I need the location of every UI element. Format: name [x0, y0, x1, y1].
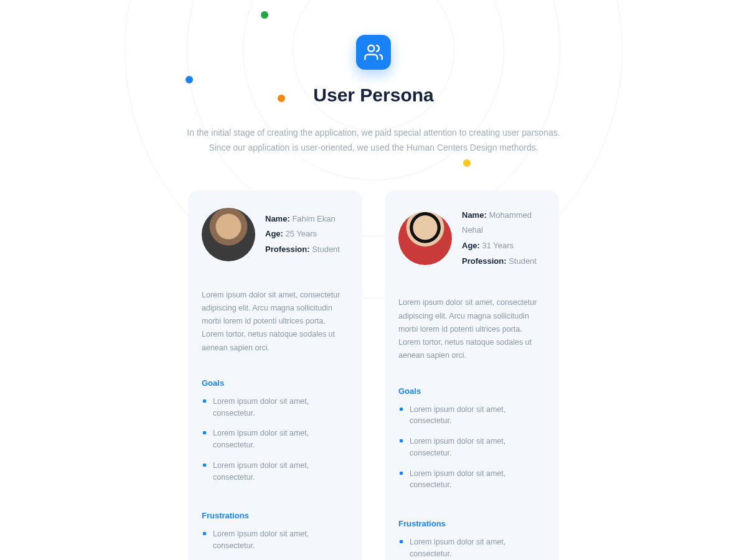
profession-label: Profession:	[265, 245, 310, 254]
avatar	[398, 212, 452, 265]
bio-text: Lorem ipsum dolor sit amet, consectetur …	[398, 296, 545, 362]
frustrations-heading: Frustrations	[398, 519, 545, 528]
list-item: Lorem ipsum dolor sit amet, consectetur.	[202, 423, 349, 455]
profession-value: Student	[509, 256, 537, 266]
list-item: Lorem ipsum dolor sit amet, consectetur.	[398, 532, 545, 560]
users-icon	[364, 43, 383, 62]
avatar	[202, 208, 255, 261]
svg-point-0	[368, 45, 374, 52]
age-value: 31 Years	[482, 241, 514, 250]
persona-card: Name: Fahim Ekan Age: 25 Years Professio…	[188, 190, 362, 560]
list-item: Lorem ipsum dolor sit amet, consectetur.	[202, 391, 349, 424]
profession-label: Profession:	[462, 256, 507, 266]
bio-text: Lorem ipsum dolor sit amet, consectetur …	[202, 289, 349, 355]
list-item: Lorem ipsum dolor sit amet, consectetur.	[398, 399, 545, 432]
goals-heading: Goals	[398, 386, 545, 396]
age-label: Age:	[462, 241, 480, 250]
goals-heading: Goals	[202, 378, 349, 388]
list-item: Lorem ipsum dolor sit amet, consectetur.	[202, 455, 349, 488]
list-item: Lorem ipsum dolor sit amet, consectetur.	[398, 464, 545, 496]
frustrations-heading: Frustrations	[202, 511, 349, 520]
list-item: Lorem ipsum dolor sit amet, consectetur.	[202, 524, 349, 556]
persona-cards: Name: Fahim Ekan Age: 25 Years Professio…	[0, 190, 747, 560]
name-value: Fahim Ekan	[292, 214, 335, 223]
profession-value: Student	[312, 245, 340, 254]
age-value: 25 Years	[286, 229, 317, 238]
name-label: Name:	[265, 214, 290, 223]
users-icon-badge	[356, 35, 391, 70]
list-item: Lorem ipsum dolor sit amet, consectetur.	[398, 431, 545, 464]
page-subtitle: In the initial stage of creating the app…	[181, 126, 566, 156]
name-label: Name:	[462, 210, 487, 220]
list-item: Lorem ipsum dolor sit amet, consectetur.	[202, 556, 349, 560]
persona-card: Name: Mohammed Nehal Age: 31 Years Profe…	[385, 190, 559, 560]
age-label: Age:	[265, 229, 283, 238]
page-title: User Persona	[0, 85, 747, 106]
